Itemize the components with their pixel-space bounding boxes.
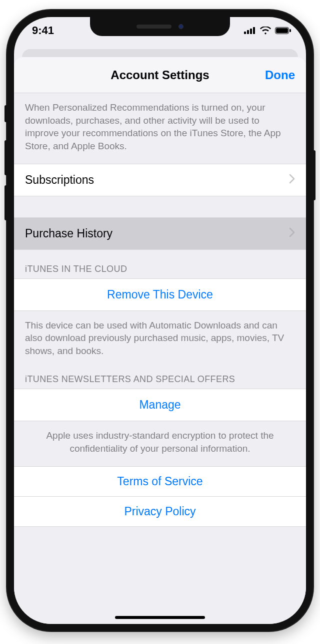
terms-of-service-link[interactable]: Terms of Service [14,466,306,496]
nav-bar: Account Settings Done [14,57,306,93]
svg-rect-3 [253,27,255,34]
purchase-history-row[interactable]: Purchase History [14,217,306,250]
purchase-history-label: Purchase History [25,227,112,240]
terms-label: Terms of Service [117,475,202,488]
device-frame: 9:41 Ac [7,10,313,631]
subscriptions-row[interactable]: Subscriptions [14,164,306,196]
volume-down-button [4,185,8,220]
volume-up-button [4,140,8,175]
newsletters-header: iTUNES NEWSLETTERS AND SPECIAL OFFERS [14,368,306,389]
remove-device-label: Remove This Device [107,288,213,301]
svg-rect-0 [244,32,246,34]
personalized-note: When Personalized Recommendations is tur… [14,93,306,164]
svg-rect-6 [290,29,291,32]
notch [90,17,230,36]
manage-label: Manage [139,398,180,412]
chevron-right-icon [289,227,295,240]
speaker-grille [136,25,172,29]
content-scroll[interactable]: When Personalized Recommendations is tur… [14,93,306,624]
encryption-note: Apple uses industry-standard encryption … [14,421,306,466]
chevron-right-icon [289,173,295,187]
subscriptions-label: Subscriptions [25,173,94,187]
svg-rect-1 [247,30,249,34]
svg-rect-2 [250,29,252,34]
itunes-cloud-header: iTUNES IN THE CLOUD [14,250,306,278]
nav-title: Account Settings [110,68,209,82]
account-settings-sheet: Account Settings Done When Personalized … [14,57,306,624]
remove-device-button[interactable]: Remove This Device [14,278,306,311]
cellular-icon [244,27,256,34]
battery-icon [275,27,291,34]
manage-newsletters-button[interactable]: Manage [14,389,306,421]
done-button[interactable]: Done [265,68,295,82]
power-button [312,150,316,200]
home-indicator[interactable] [115,616,205,619]
privacy-policy-link[interactable]: Privacy Policy [14,496,306,527]
screen: 9:41 Ac [14,17,306,624]
svg-rect-5 [276,28,288,33]
wifi-icon [260,27,271,35]
status-right [244,27,291,35]
front-camera [178,24,184,29]
mute-switch [4,105,8,122]
spacer [14,196,306,217]
status-time: 9:41 [32,24,54,37]
cloud-note: This device can be used with Automatic D… [14,311,306,369]
privacy-label: Privacy Policy [124,505,196,518]
